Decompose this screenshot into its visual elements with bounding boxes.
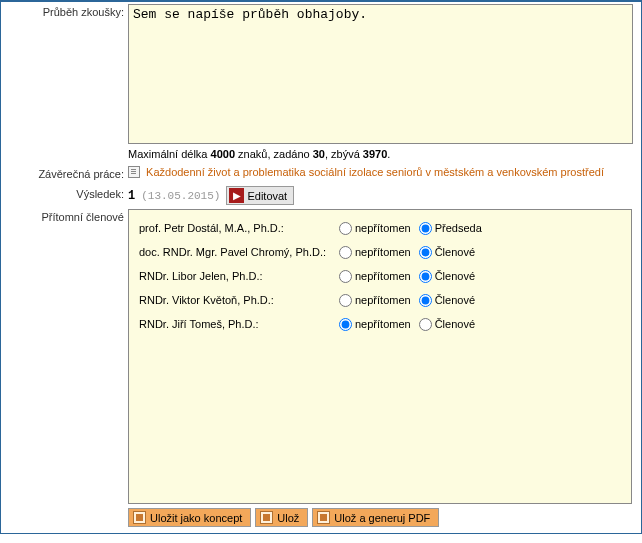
- radio-absent[interactable]: [339, 222, 352, 235]
- member-absent-option[interactable]: nepřítomen: [339, 270, 411, 283]
- radio-role[interactable]: [419, 294, 432, 307]
- edit-button[interactable]: ▶ Editovat: [226, 186, 294, 205]
- document-icon: [128, 166, 140, 178]
- member-row: RNDr. Viktor Květoň, Ph.D.:nepřítomenČle…: [139, 288, 621, 312]
- row-exam-course: Průběh zkoušky: Sem se napíše průběh obh…: [1, 2, 641, 164]
- row-thesis: Závěrečná práce: Každodenní život a prob…: [1, 164, 641, 184]
- radio-absent[interactable]: [339, 246, 352, 259]
- member-absent-option[interactable]: nepřítomen: [339, 318, 411, 331]
- member-name: RNDr. Jiří Tomeš, Ph.D.:: [139, 318, 339, 330]
- radio-absent[interactable]: [339, 318, 352, 331]
- label-result: Výsledek:: [1, 184, 128, 204]
- member-row: RNDr. Libor Jelen, Ph.D.:nepřítomenČleno…: [139, 264, 621, 288]
- button-row: Uložit jako koncept Ulož Ulož a generuj …: [128, 504, 637, 531]
- member-role-option[interactable]: Členové: [419, 294, 475, 307]
- save-pdf-button[interactable]: Ulož a generuj PDF: [312, 508, 439, 527]
- save-draft-button[interactable]: Uložit jako koncept: [128, 508, 251, 527]
- member-absent-option[interactable]: nepřítomen: [339, 246, 411, 259]
- member-name: RNDr. Libor Jelen, Ph.D.:: [139, 270, 339, 282]
- radio-absent[interactable]: [339, 294, 352, 307]
- save-icon: [260, 511, 273, 524]
- member-name: doc. RNDr. Mgr. Pavel Chromý, Ph.D.:: [139, 246, 339, 258]
- member-name: prof. Petr Dostál, M.A., Ph.D.:: [139, 222, 339, 234]
- member-role-option[interactable]: Členové: [419, 246, 475, 259]
- thesis-link[interactable]: Každodenní život a problematika sociální…: [146, 166, 604, 178]
- exam-course-textarea[interactable]: Sem se napíše průběh obhajoby.: [128, 4, 633, 144]
- result-date: (13.05.2015): [141, 190, 220, 202]
- save-icon: [133, 511, 146, 524]
- members-box: prof. Petr Dostál, M.A., Ph.D.:nepřítome…: [128, 209, 632, 504]
- radio-absent[interactable]: [339, 270, 352, 283]
- radio-role[interactable]: [419, 246, 432, 259]
- maxlen-info: Maximální délka 4000 znaků, zadáno 30, z…: [128, 146, 637, 162]
- radio-role[interactable]: [419, 222, 432, 235]
- edit-icon: ▶: [229, 188, 244, 203]
- member-absent-option[interactable]: nepřítomen: [339, 294, 411, 307]
- member-role-option[interactable]: Členové: [419, 318, 475, 331]
- row-members: Přítomní členové prof. Petr Dostál, M.A.…: [1, 207, 641, 533]
- member-row: RNDr. Jiří Tomeš, Ph.D.:nepřítomenČlenov…: [139, 312, 621, 336]
- member-row: doc. RNDr. Mgr. Pavel Chromý, Ph.D.:nepř…: [139, 240, 621, 264]
- save-icon: [317, 511, 330, 524]
- label-thesis: Závěrečná práce:: [1, 164, 128, 184]
- radio-role[interactable]: [419, 270, 432, 283]
- member-name: RNDr. Viktor Květoň, Ph.D.:: [139, 294, 339, 306]
- label-exam-course: Průběh zkoušky:: [1, 2, 128, 22]
- radio-role[interactable]: [419, 318, 432, 331]
- member-role-option[interactable]: Předseda: [419, 222, 482, 235]
- member-row: prof. Petr Dostál, M.A., Ph.D.:nepřítome…: [139, 216, 621, 240]
- member-absent-option[interactable]: nepřítomen: [339, 222, 411, 235]
- row-result: Výsledek: 1 (13.05.2015) ▶ Editovat: [1, 184, 641, 207]
- save-button[interactable]: Ulož: [255, 508, 308, 527]
- form-container: Průběh zkoušky: Sem se napíše průběh obh…: [0, 0, 642, 534]
- member-role-option[interactable]: Členové: [419, 270, 475, 283]
- result-number: 1: [128, 189, 135, 203]
- label-members: Přítomní členové: [1, 207, 128, 227]
